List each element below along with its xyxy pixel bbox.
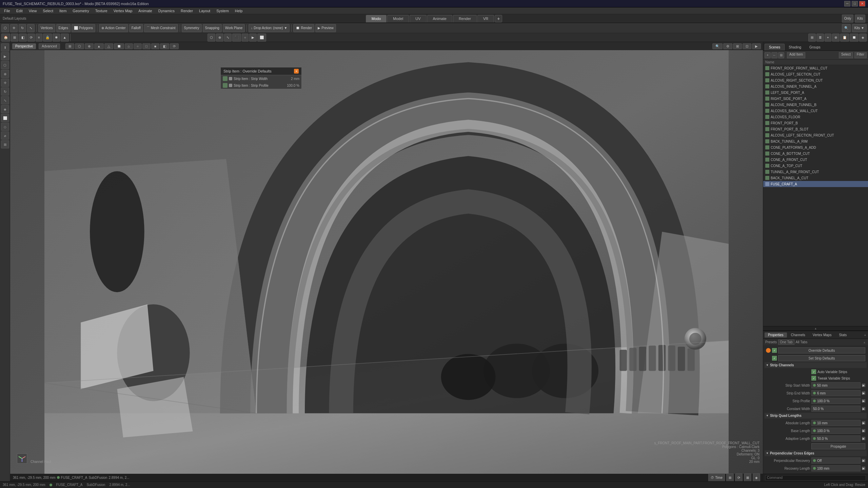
- tb2-right6[interactable]: 🔲: [850, 34, 859, 42]
- scene-item-9[interactable]: FRONT_PORT_B: [763, 120, 868, 126]
- menu-item-dynamics[interactable]: Dynamics: [156, 8, 177, 14]
- left-btn-3[interactable]: ⬡: [1, 61, 9, 69]
- polygons-btn[interactable]: ⬜ Polygons: [72, 24, 95, 32]
- left-btn-6[interactable]: ↻: [1, 87, 9, 96]
- scene-item-4[interactable]: LEFT_SIDE_PORT_A: [763, 89, 868, 96]
- left-btn-8[interactable]: ◈: [1, 105, 9, 113]
- scene-item-1[interactable]: ALCOVE_LEFT_SECTION_CUT: [763, 71, 868, 77]
- vp-right-4[interactable]: ⊡: [743, 43, 751, 49]
- scene-item-18[interactable]: BACK_TUNNEL_A_CUT: [763, 175, 868, 181]
- vp-icon-5[interactable]: △: [104, 43, 113, 49]
- tab-groups[interactable]: Groups: [805, 44, 825, 50]
- vp-icon-4[interactable]: ▲: [94, 43, 104, 49]
- base-length-value[interactable]: 100.0 %: [811, 428, 861, 434]
- tab-vr[interactable]: VR: [477, 15, 494, 22]
- constant-width-expand-btn[interactable]: ▶: [862, 407, 865, 410]
- vp-footer-btn4[interactable]: ⊠: [744, 473, 751, 481]
- presets-collapse[interactable]: ▲: [863, 341, 866, 344]
- vp-right-2[interactable]: ⚙: [723, 43, 732, 49]
- scene-item-8[interactable]: ALCOVES_FLOOR: [763, 114, 868, 120]
- adaptive-length-value[interactable]: 50.0 %: [811, 435, 861, 442]
- left-btn-2[interactable]: ▶: [1, 52, 9, 60]
- scene-item-12[interactable]: BACK_TUNNEL_A_RIM: [763, 138, 868, 144]
- tb2-btn4[interactable]: ⟳: [27, 34, 35, 42]
- rotate-tool-btn[interactable]: ↻: [19, 24, 26, 32]
- maximize-button[interactable]: □: [852, 1, 858, 6]
- left-btn-4[interactable]: ⊕: [1, 70, 9, 78]
- tb2-right4[interactable]: ⊕: [832, 34, 840, 42]
- tb2-center6[interactable]: ▶: [249, 34, 257, 42]
- add-tab-button[interactable]: +: [495, 15, 502, 22]
- left-btn-5[interactable]: ✛: [1, 79, 9, 87]
- tb2-btn3[interactable]: ◧: [19, 34, 27, 42]
- vp-icon-9[interactable]: □: [142, 43, 151, 49]
- tb2-center2[interactable]: ⊕: [216, 34, 223, 42]
- strip-start-width-value[interactable]: 50 mm: [811, 382, 861, 388]
- left-btn-10[interactable]: ◇: [1, 123, 9, 131]
- left-btn-7[interactable]: ⤡: [1, 96, 9, 104]
- auto-variable-checkbox[interactable]: ✓: [811, 369, 816, 374]
- vp-icon-6[interactable]: 🔲: [114, 43, 124, 49]
- menu-item-animate[interactable]: Animate: [136, 8, 155, 14]
- perspective-btn[interactable]: Perspective: [12, 43, 36, 49]
- tb2-center3[interactable]: ⤡: [224, 34, 232, 42]
- override-defaults-btn[interactable]: Override Defaults: [778, 347, 865, 353]
- absolute-length-value[interactable]: 10 mm: [811, 420, 861, 426]
- time-btn[interactable]: ⏱ Time: [708, 473, 725, 481]
- constant-width-value[interactable]: 50.0 %: [811, 406, 861, 412]
- recovery-expand-btn[interactable]: ▶: [862, 467, 865, 470]
- strip-profile-expand-btn[interactable]: ▶: [862, 399, 865, 403]
- vp-icon-11[interactable]: ◧: [160, 43, 169, 49]
- vp-icon-3[interactable]: ⊕: [85, 43, 94, 49]
- scene-item-2[interactable]: ALCOVE_RIGHT_SECTION_CUT: [763, 77, 868, 83]
- tb2-right2[interactable]: ≣: [816, 34, 824, 42]
- menu-item-edit[interactable]: Edit: [14, 8, 25, 14]
- menu-item-layout[interactable]: Layout: [196, 8, 213, 14]
- vp-footer-btn3[interactable]: ⟳: [735, 473, 743, 481]
- tb2-btn8[interactable]: ▲: [61, 34, 69, 42]
- tb2-btn6[interactable]: 🔒: [43, 34, 52, 42]
- menu-item-view[interactable]: View: [26, 8, 40, 14]
- viewport[interactable]: Perspective Advanced ⊞ ⬡ ⊕ ▲ △ 🔲 ⌂ ○ □ ■…: [10, 42, 763, 481]
- scene-item-11[interactable]: ALCOVE_LEFT_SECTION_FRONT_CUT: [763, 132, 868, 138]
- perpendicular-header[interactable]: ▼ Perpendicular Cross Edges: [765, 450, 867, 456]
- tb2-btn5[interactable]: ≡: [36, 34, 42, 42]
- falloff-btn[interactable]: Falloff: [129, 24, 143, 32]
- tab-model[interactable]: Model: [387, 15, 409, 22]
- vp-icon-2[interactable]: ⬡: [75, 43, 84, 49]
- strip-quad-lengths-header[interactable]: ▼ Strip Quad Lengths: [765, 413, 867, 419]
- scene-item-0[interactable]: FRONT_ROOF_FRONT_WALL_CUT: [763, 65, 868, 71]
- scene-item-15[interactable]: CONE_A_FRONT_CUT: [763, 157, 868, 163]
- scene-list[interactable]: FRONT_ROOF_FRONT_WALL_CUT ALCOVE_LEFT_SE…: [763, 65, 868, 326]
- perp-expand-btn[interactable]: ▶: [862, 459, 865, 462]
- close-button[interactable]: ✕: [859, 1, 865, 6]
- scene-item-19[interactable]: FUSE_CRAFT_A: [763, 181, 868, 187]
- select-btn[interactable]: Select: [839, 52, 853, 58]
- snapping-btn[interactable]: Snapping: [203, 24, 222, 32]
- absolute-expand-btn[interactable]: ▶: [862, 421, 865, 425]
- tb2-right5[interactable]: 📋: [840, 34, 849, 42]
- scene-item-13[interactable]: CONE_PLATFORMS_A_ADD: [763, 144, 868, 150]
- tb2-center7[interactable]: ⬜: [257, 34, 266, 42]
- menu-item-item[interactable]: Item: [57, 8, 69, 14]
- menu-item-geometry[interactable]: Geometry: [70, 8, 92, 14]
- strip-defaults-checkbox[interactable]: ✓: [772, 356, 777, 361]
- vp-right-3[interactable]: ⊠: [733, 43, 742, 49]
- command-input[interactable]: [765, 475, 866, 481]
- scene-item-5[interactable]: RIGHT_SIDE_PORT_A: [763, 96, 868, 102]
- tooltip-close-btn[interactable]: ✕: [294, 69, 299, 74]
- scene-icon-2[interactable]: ←: [771, 52, 777, 58]
- set-strip-defaults-btn[interactable]: Set Strip Defaults: [778, 355, 865, 361]
- left-btn-1[interactable]: ⬆: [1, 43, 9, 52]
- advanced-btn[interactable]: Advanced: [39, 43, 60, 49]
- tb2-btn7[interactable]: ✱: [53, 34, 60, 42]
- tb2-right1[interactable]: ⊞: [808, 34, 816, 42]
- render-btn[interactable]: 🔲 Render: [293, 24, 314, 32]
- scene-item-10[interactable]: FRONT_PORT_B_SLOT: [763, 126, 868, 132]
- tab-vertex-maps[interactable]: Vertex Maps: [809, 332, 835, 338]
- left-btn-11[interactable]: ⌀: [1, 131, 9, 140]
- vp-icon-12[interactable]: ⟳: [170, 43, 179, 49]
- tab-properties[interactable]: Properties: [765, 332, 787, 338]
- recovery-length-value[interactable]: 100 mm: [811, 465, 861, 471]
- preview-btn[interactable]: ▶ Preview: [315, 24, 336, 32]
